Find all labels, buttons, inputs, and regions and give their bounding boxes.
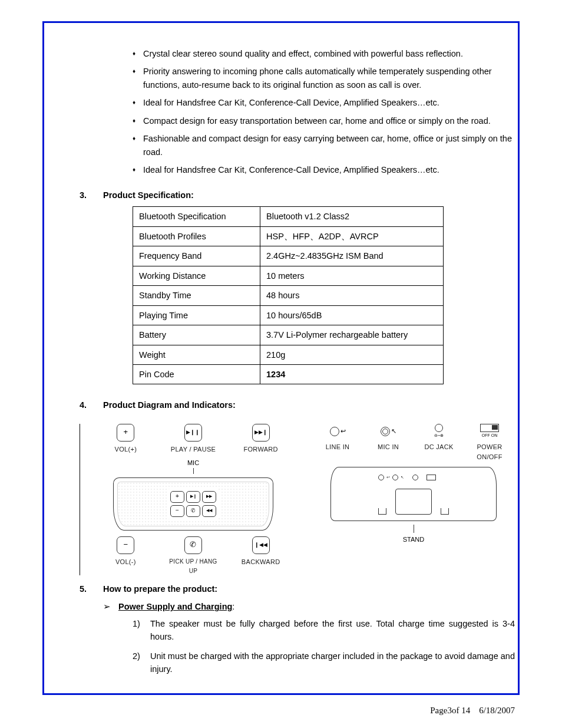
phone-icon: ✆ — [186, 505, 200, 517]
spec-value: 48 hours — [260, 286, 444, 305]
dc-symbol-icon: ⊖⎓⊕ — [434, 433, 444, 439]
mic-in-port: ↖ MIC IN — [368, 424, 409, 462]
phone-icon: ✆ — [184, 536, 202, 554]
forward-icon: ▶▶❙ — [252, 424, 270, 442]
feature-item: Priority answering to incoming phone cal… — [133, 65, 515, 91]
spec-value: 210g — [260, 345, 444, 364]
tiny-jack-icon — [392, 475, 398, 480]
prep-list: 1)The speaker must be fully charged befo… — [133, 617, 515, 676]
rear-strip: ↩ ↖ — [378, 473, 478, 482]
feature-text: Ideal for Handsfree Car Kit, Conference-… — [143, 98, 439, 107]
footer-date: 6/18/2007 — [479, 706, 515, 715]
vol-minus-label: VOL(-) — [99, 557, 152, 567]
page: Crystal clear stereo sound quality and e… — [0, 0, 562, 728]
power-label: POWER ON/OFF — [469, 442, 510, 462]
line-in-port: ↩ LINE IN — [317, 424, 358, 462]
table-row: Working Distance10 meters — [133, 266, 444, 285]
play-pause-icon: ▶❙❙ — [184, 424, 202, 442]
mic-in-label: MIC IN — [368, 442, 409, 452]
section-title: Product Specification: — [103, 189, 194, 202]
subsection-label: Power Supply and Charging — [118, 602, 232, 611]
line-in-label: LINE IN — [317, 442, 358, 452]
table-row: Bluetooth ProfilesHSP、HFP、A2DP、AVRCP — [133, 226, 444, 246]
tiny-arrow-icon: ↩ — [386, 475, 390, 481]
feature-item: Ideal for Handsfree Car Kit, Conference-… — [133, 163, 515, 176]
tiny-dc-icon — [412, 475, 418, 480]
pickup-label: PICK UP / HANG UP — [167, 557, 220, 575]
spec-value: Bluetooth v1.2 Class2 — [260, 207, 444, 226]
play-pause-label: PLAY / PAUSE — [167, 444, 220, 454]
play-pause-button: ▶❙❙ PLAY / PAUSE — [167, 424, 220, 454]
spec-label: Weight — [133, 345, 260, 364]
plus-icon: + — [117, 424, 134, 442]
feature-text: Fashionable and compact design for easy … — [143, 134, 512, 156]
item-text: Unit must be charged with the appropriat… — [150, 650, 515, 676]
forward-icon: ▶▶ — [202, 491, 216, 503]
item-number: 1) — [133, 617, 150, 644]
feature-text: Priority answering to incoming phone cal… — [143, 67, 492, 89]
item-text: The speaker must be fully charged before… — [150, 617, 515, 644]
jack-icon — [330, 427, 339, 436]
minus-icon: − — [117, 536, 134, 554]
feature-item: Crystal clear stereo sound quality and e… — [133, 47, 515, 60]
jack-icon — [381, 427, 390, 436]
spec-label: Bluetooth Profiles — [133, 226, 260, 246]
prep-item: 1)The speaker must be fully charged befo… — [133, 617, 515, 644]
spec-label: Frequency Band — [133, 246, 260, 266]
section-5-heading: 5. How to prepare the product: — [80, 582, 515, 595]
spec-table: Bluetooth SpecificationBluetooth v1.2 Cl… — [133, 206, 444, 384]
stand-outline — [395, 489, 432, 515]
triangle-bullet-icon: ➢ — [103, 600, 118, 613]
spec-label: Playing Time — [133, 305, 260, 325]
section-title: How to prepare the product: — [103, 582, 217, 595]
off-on-label: OFF ON — [482, 433, 497, 439]
vol-minus-button: − VOL(-) — [99, 536, 152, 575]
mic-label: MIC — [92, 458, 295, 468]
feature-item: Compact design for easy transportation b… — [133, 114, 515, 127]
section-number: 3. — [80, 189, 103, 202]
forward-button: ▶▶❙ FORWARD — [234, 424, 287, 454]
front-top-row: + VOL(+) ▶❙❙ PLAY / PAUSE ▶▶❙ FORWARD — [92, 424, 295, 454]
spec-value: 10 meters — [260, 266, 444, 285]
prep-item: 2)Unit must be charged with the appropri… — [133, 650, 515, 676]
section-3-heading: 3. Product Specification: — [80, 189, 515, 202]
section-4-heading: 4. Product Diagram and Indicators: — [80, 398, 515, 411]
rear-diagram: ↩ LINE IN ↖ MIC IN ⊖⎓⊕ DC JACK OFF ON PO… — [312, 424, 515, 575]
item-number: 2) — [133, 650, 150, 676]
spec-label: Standby Time — [133, 286, 260, 305]
spec-label: Pin Code — [133, 364, 260, 384]
subsection-power: ➢ Power Supply and Charging: — [103, 600, 515, 613]
switch-icon — [480, 424, 499, 432]
stand-label: STAND — [312, 535, 515, 545]
spec-label: Bluetooth Specification — [133, 207, 260, 226]
table-row: Battery3.7V Li-Polymer rechargeable batt… — [133, 325, 444, 345]
mic-pointer — [193, 468, 194, 474]
backward-icon: ◀◀ — [202, 505, 216, 517]
feature-text: Crystal clear stereo sound quality and e… — [143, 49, 463, 58]
colon: : — [232, 602, 234, 611]
play-pause-icon: ▶❙ — [186, 491, 200, 503]
backward-label: BACKWARD — [234, 557, 287, 567]
backward-icon: ❙◀◀ — [252, 536, 270, 554]
backward-button: ❙◀◀ BACKWARD — [234, 536, 287, 575]
vol-plus-label: VOL(+) — [99, 444, 152, 454]
feature-item: Ideal for Handsfree Car Kit, Conference-… — [133, 96, 515, 109]
spec-label: Working Distance — [133, 266, 260, 285]
tiny-mic-icon: ↖ — [401, 475, 404, 481]
tiny-jack-icon — [378, 475, 384, 480]
power-switch: OFF ON POWER ON/OFF — [469, 424, 510, 462]
front-diagram: + VOL(+) ▶❙❙ PLAY / PAUSE ▶▶❙ FORWARD MI… — [80, 424, 295, 575]
tiny-switch-icon — [427, 475, 436, 480]
arrow-in-icon: ↩ — [340, 426, 346, 436]
dc-jack-port: ⊖⎓⊕ DC JACK — [418, 424, 459, 462]
table-row: Standby Time48 hours — [133, 286, 444, 305]
feature-text: Compact design for easy transportation b… — [143, 116, 491, 126]
device-rear-body: ↩ ↖ — [330, 467, 497, 521]
spec-label: Battery — [133, 325, 260, 345]
spec-value: HSP、HFP、A2DP、AVRCP — [260, 226, 444, 246]
table-row: Bluetooth SpecificationBluetooth v1.2 Cl… — [133, 207, 444, 226]
section-number: 5. — [80, 582, 103, 595]
minus-icon: − — [170, 505, 184, 517]
feature-list: Crystal clear stereo sound quality and e… — [133, 47, 515, 177]
page-number: Page3of 14 — [430, 706, 470, 715]
